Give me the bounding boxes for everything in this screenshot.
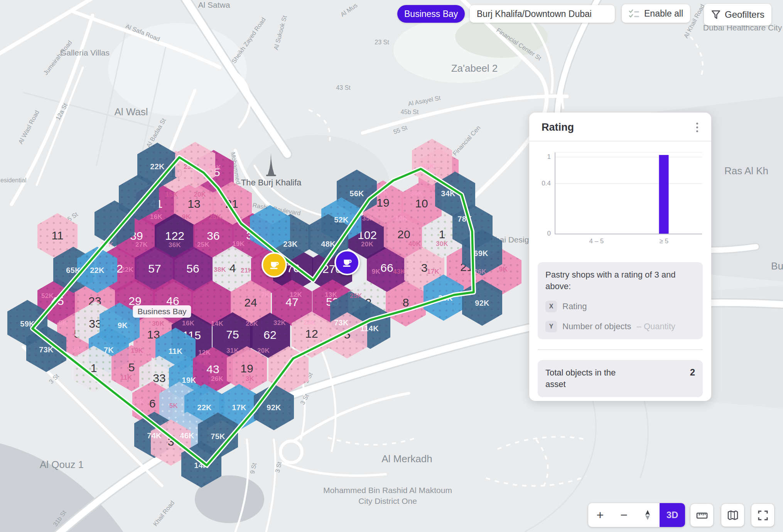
y-axis-badge: Y bbox=[545, 321, 557, 332]
hex-sublabel: 16K bbox=[182, 320, 194, 327]
burj-khalifa-landmark: The Burj Khalifa bbox=[241, 153, 302, 188]
burj-tower-icon bbox=[265, 153, 278, 177]
map-label: l Residential bbox=[0, 177, 27, 184]
map-label: Al Wasl bbox=[114, 106, 148, 118]
hex-sublabel: 25K bbox=[209, 213, 221, 221]
hex-sublabel: 28K bbox=[304, 319, 316, 327]
hex-sublabel: 14K bbox=[194, 461, 209, 470]
burj-label: The Burj Khalifa bbox=[241, 178, 302, 188]
cafe-marker-yellow[interactable] bbox=[262, 252, 287, 278]
hex-sublabel: 9K bbox=[118, 321, 128, 330]
filter-funnel-icon bbox=[711, 10, 721, 20]
map-label: 43 St bbox=[336, 84, 350, 91]
hex-sublabel: 92K bbox=[267, 403, 281, 412]
hex-sublabel: 9K bbox=[182, 213, 191, 221]
map-stage[interactable]: Al SatwaGalleria VillasAl WaslZa'abeel 2… bbox=[0, 0, 783, 532]
x-axis-badge: X bbox=[545, 301, 557, 312]
chart-gridline bbox=[555, 157, 702, 157]
chart-ytick: 1 bbox=[547, 153, 551, 161]
hex-sublabel: 20K bbox=[257, 347, 270, 355]
hex-sublabel: 30K bbox=[436, 240, 448, 248]
search-input[interactable]: Burj Khalifa/Downtown Dubai bbox=[470, 5, 615, 23]
hex-sublabel: 7K bbox=[104, 346, 114, 355]
hex-sublabel: 34K bbox=[441, 189, 456, 198]
compass-needle-icon bbox=[643, 509, 653, 521]
hex-sublabel: 14K bbox=[211, 320, 223, 328]
x-axis-row: X Rating bbox=[545, 301, 695, 312]
hex-sublabel: 73K bbox=[39, 345, 54, 354]
divider bbox=[538, 349, 703, 350]
map-label: Al Satwa bbox=[198, 0, 230, 10]
hex-sublabel: 19K bbox=[232, 240, 245, 248]
hex-sublabel: 28K bbox=[246, 320, 258, 328]
zoom-in-button[interactable]: + bbox=[588, 503, 612, 527]
hex-sublabel: 16K bbox=[150, 213, 162, 221]
hex-sublabel: 20K bbox=[361, 241, 373, 248]
hex-sublabel: 15K bbox=[165, 191, 178, 199]
y-axis-sublabel: – Quantity bbox=[637, 322, 675, 332]
hex-sublabel: 11K bbox=[169, 347, 183, 356]
map-icon bbox=[727, 509, 739, 522]
checklist-icon bbox=[629, 8, 640, 19]
business-bay-map-label: Business Bay bbox=[133, 305, 191, 318]
hex-sublabel: 13K bbox=[325, 291, 337, 299]
hex-sublabel: 23K bbox=[184, 163, 196, 171]
hex-sublabel: 25K bbox=[197, 241, 209, 249]
zoom-out-button[interactable]: − bbox=[612, 503, 636, 527]
hex-sublabel: 17K bbox=[232, 403, 246, 412]
y-axis-label: Number of objects bbox=[562, 322, 631, 332]
cafe-marker-purple[interactable] bbox=[334, 250, 360, 275]
hex-sublabel: 46K bbox=[180, 431, 194, 440]
map-label: Mohammed Bin Rashid Al Maktoum bbox=[323, 486, 452, 495]
rating-panel: Rating 10.404 – 5≥ 5 Pastry shops with a… bbox=[529, 113, 711, 401]
fullscreen-icon bbox=[757, 510, 769, 521]
hex-sublabel: 66K bbox=[422, 163, 434, 170]
area-filter-chip[interactable]: Business Bay bbox=[397, 5, 465, 23]
3d-mode-button[interactable]: 3D bbox=[660, 503, 685, 527]
hex-sublabel: 3K bbox=[246, 375, 254, 383]
chart-category-label: ≥ 5 bbox=[659, 237, 668, 245]
hex-sublabel: 17K bbox=[376, 189, 388, 197]
hex-sublabel: 59K bbox=[20, 320, 35, 328]
hex-sublabel: 27K bbox=[135, 241, 148, 249]
chart-ytick: 0.4 bbox=[542, 180, 551, 187]
rating-bar-chart: 10.404 – 5≥ 5 bbox=[555, 152, 702, 234]
hex-sublabel: 40K bbox=[408, 240, 421, 248]
geofilters-button[interactable]: Geofilters bbox=[704, 4, 771, 25]
hex-sublabel: 19K bbox=[131, 347, 143, 355]
hex-sublabel: 25K bbox=[350, 292, 362, 300]
hex-sublabel: 73K bbox=[334, 318, 349, 327]
hex-sublabel: 9K bbox=[372, 268, 380, 276]
hex-sublabel: 30K bbox=[438, 294, 453, 303]
enable-all-label: Enable all bbox=[644, 8, 683, 19]
hex-sublabel: 22K bbox=[121, 266, 133, 274]
panel-menu-kebab-icon[interactable] bbox=[693, 121, 701, 134]
asset-description-card: Pastry shops with a rating of 3 and abov… bbox=[538, 262, 703, 339]
map-label: Al Merkadh bbox=[381, 453, 432, 465]
hex-sublabel: 92K bbox=[475, 299, 489, 308]
hex-sublabel: 78K bbox=[457, 215, 472, 224]
hex-sublabel: 21K bbox=[241, 267, 253, 274]
hex-sublabel: 26K bbox=[211, 375, 223, 383]
chart-bar[interactable] bbox=[659, 155, 669, 234]
asset-description: Pastry shops with a rating of 3 and abov… bbox=[545, 269, 695, 292]
compass-button[interactable] bbox=[636, 503, 660, 527]
ruler-icon bbox=[696, 509, 708, 522]
hex-sublabel: 69K bbox=[474, 249, 488, 258]
hex-sublabel: 11K bbox=[120, 374, 132, 382]
hex-sublabel: 114K bbox=[360, 324, 379, 333]
divider bbox=[529, 141, 711, 141]
hex-sublabel: 52K bbox=[41, 292, 54, 300]
hex-sublabel: 74K bbox=[147, 431, 162, 440]
hex-sublabel: 36K bbox=[169, 241, 181, 249]
measure-button[interactable] bbox=[690, 504, 713, 527]
hex-sublabel: 8K bbox=[59, 319, 67, 327]
chart-category-label: 4 – 5 bbox=[589, 237, 604, 245]
fullscreen-button[interactable] bbox=[751, 504, 774, 527]
total-objects-card: Total objects in the asset 2 bbox=[538, 360, 703, 397]
enable-all-button[interactable]: Enable all bbox=[622, 4, 690, 23]
basemap-button[interactable] bbox=[721, 504, 744, 527]
coffee-cup-icon bbox=[268, 258, 281, 271]
hex-sublabel: 48K bbox=[321, 240, 336, 249]
map-label: Bu bbox=[771, 260, 783, 272]
